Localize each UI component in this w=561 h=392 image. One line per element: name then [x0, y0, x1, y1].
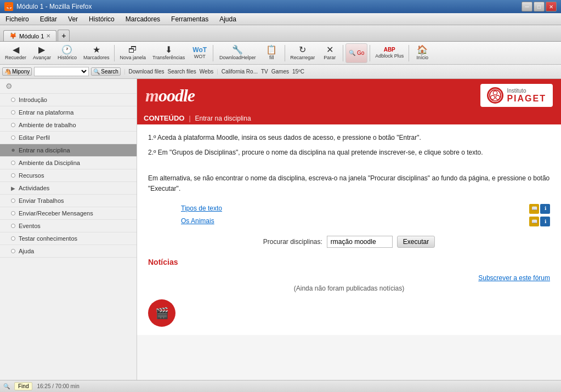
moodle-header: moodle Instituto PIAGET: [137, 79, 561, 112]
mipony-button[interactable]: 🐴 Mipony: [2, 67, 32, 76]
downloads-button[interactable]: ⬇ Transferências: [150, 43, 188, 63]
sidebar-item-enviar-receber[interactable]: Enviar/Receber Mensagens: [0, 207, 137, 220]
video-icon: 🎬: [155, 304, 169, 322]
fill-button[interactable]: 📋 fill: [260, 43, 282, 63]
forward-button[interactable]: ▶ Avançar: [30, 43, 54, 63]
stop-button[interactable]: ✕ Parar: [319, 43, 341, 63]
sidebar-item-editar-perfil[interactable]: Editar Perfil: [0, 132, 137, 144]
history-label: Histórico: [58, 55, 77, 60]
sidebar-header: ⚙: [0, 79, 137, 94]
bookmark-search[interactable]: 🔍 Search: [91, 67, 121, 76]
link-tipos-texto[interactable]: Tipos de texto: [181, 203, 222, 214]
sidebar-label-ambiente-trabalho: Ambiente de trabalho: [19, 122, 76, 128]
search-bookmark-label: Search: [101, 69, 118, 75]
sidebar-item-entrar-plataforma[interactable]: Entrar na plataforma: [0, 106, 137, 119]
sidebar-item-testar[interactable]: Testar conhecimentos: [0, 232, 137, 245]
dot-icon: [11, 224, 15, 228]
close-button[interactable]: ✕: [546, 2, 557, 12]
new-window-icon: 🗗: [128, 46, 137, 54]
sidebar-item-enviar-trabalhos[interactable]: Enviar Trabalhos: [0, 195, 137, 207]
icon-info: ℹ: [540, 204, 550, 214]
bookmark-california[interactable]: California Ro...: [222, 69, 258, 75]
bookmark-search-files[interactable]: Search files: [168, 69, 196, 75]
adblock-label: Adblock Plus: [375, 53, 404, 59]
sidebar-item-ajuda[interactable]: Ajuda: [0, 245, 137, 258]
dot-icon: [11, 198, 15, 203]
sidebar-item-recursos[interactable]: Recursos: [0, 169, 137, 182]
search-section: Procurar disciplinas: Executar: [148, 236, 550, 248]
tab-icon: 🦊: [9, 32, 17, 39]
tab-bar: 🦊 Módulo 1 ✕ +: [0, 25, 561, 42]
window-title: Módulo 1 - Mozilla Firefox: [16, 3, 92, 10]
bookmark-tv[interactable]: TV: [261, 69, 268, 75]
dot-icon: [11, 211, 15, 215]
adblock-button[interactable]: ABP Adblock Plus: [372, 43, 406, 63]
toolbar: ◀ Recueder ▶ Avançar 🕐 Histórico ★ Marca…: [0, 42, 561, 65]
forward-icon: ▶: [38, 46, 45, 54]
dot-icon: [11, 249, 15, 253]
bookmark-dropdown[interactable]: [34, 67, 89, 76]
video-button[interactable]: 🎬: [148, 299, 175, 327]
home-button[interactable]: 🏠 Início: [411, 43, 433, 63]
gear-icon: ⚙: [5, 82, 13, 90]
search-engine-button[interactable]: 🔍 Go: [345, 43, 367, 63]
tab-close-button[interactable]: ✕: [46, 33, 50, 39]
sidebar-item-entrar-disciplina[interactable]: Entrar na disciplina: [0, 144, 137, 157]
sidebar-label-ambiente-disciplina: Ambiente da Disciplina: [19, 160, 80, 166]
link-row-1: Tipos de texto 📖 ℹ: [181, 202, 550, 215]
forum-note: (Ainda não foram publicadas notícias): [148, 283, 550, 294]
svg-point-1: [494, 91, 497, 95]
search-label: Procurar disciplinas:: [263, 237, 322, 247]
minimize-button[interactable]: ─: [522, 2, 532, 12]
menu-ficheiro[interactable]: Ficheiro: [3, 14, 31, 24]
bookmark-games[interactable]: Games: [271, 69, 289, 75]
history-button[interactable]: 🕐 Histórico: [55, 43, 80, 63]
menu-ajuda[interactable]: Ajuda: [217, 14, 239, 24]
reload-button[interactable]: ↻ Recarregar: [287, 43, 318, 63]
new-window-button[interactable]: 🗗 Nova janela: [117, 43, 149, 63]
forum-link: Subscrever a este fórum: [148, 273, 550, 283]
sidebar-item-actividades[interactable]: ▶ Actividades: [0, 182, 137, 195]
bookmark-download-files[interactable]: Download files: [129, 69, 165, 75]
search-disciplinas-input[interactable]: [327, 236, 393, 248]
maximize-button[interactable]: □: [534, 2, 545, 12]
downloads-icon: ⬇: [165, 46, 172, 54]
download-helper-label: DownloadHelper: [219, 55, 256, 60]
home-label: Início: [416, 55, 428, 60]
bookmark-webs[interactable]: Webs: [200, 69, 213, 75]
icon-info-2: ℹ: [540, 217, 550, 226]
tab-modulo1[interactable]: 🦊 Módulo 1 ✕: [3, 30, 56, 41]
nav-separator: |: [189, 115, 190, 122]
time-display: 16:25 / 70:00 min: [37, 383, 79, 389]
sidebar-item-eventos[interactable]: Eventos: [0, 220, 137, 232]
new-tab-button[interactable]: +: [58, 30, 70, 41]
history-icon: 🕐: [61, 46, 72, 54]
sidebar-item-ambiente-disciplina[interactable]: Ambiente da Disciplina: [0, 157, 137, 169]
menu-ferramentas[interactable]: Ferramentas: [169, 14, 211, 24]
dot-icon: [11, 123, 15, 127]
dot-icon: [11, 135, 15, 140]
sidebar-item-introducao[interactable]: Introdução: [0, 94, 137, 106]
svg-point-2: [491, 95, 495, 99]
subscrever-link[interactable]: Subscrever a este fórum: [478, 274, 550, 282]
menu-marcadores[interactable]: Marcadores: [123, 14, 162, 24]
back-button[interactable]: ◀ Recueder: [2, 43, 29, 63]
dot-icon: [11, 173, 15, 178]
svg-point-3: [496, 95, 500, 99]
menu-editar[interactable]: Editar: [38, 14, 59, 24]
search-bookmark-icon: 🔍: [93, 69, 100, 75]
link-os-animais[interactable]: Os Animais: [181, 216, 214, 226]
download-helper-button[interactable]: 🔧 DownloadHelper: [216, 43, 259, 63]
toolbar-separator-4: [343, 45, 343, 61]
wot-button[interactable]: WoT WOT: [189, 43, 211, 63]
menu-ver[interactable]: Ver: [66, 14, 80, 24]
piaget-label: PIAGET: [507, 94, 546, 104]
bookmark-weather[interactable]: 15ºC: [292, 69, 304, 75]
new-window-label: Nova janela: [120, 55, 146, 60]
menu-historico[interactable]: Histórico: [87, 14, 117, 24]
sidebar-item-ambiente-trabalho[interactable]: Ambiente de trabalho: [0, 119, 137, 132]
executar-button[interactable]: Executar: [397, 236, 435, 248]
dot-icon: [11, 110, 15, 115]
nav-link-entrar-disciplina[interactable]: Entrar na disciplina: [195, 115, 251, 122]
bookmarks-button[interactable]: ★ Marcadores: [81, 43, 112, 63]
